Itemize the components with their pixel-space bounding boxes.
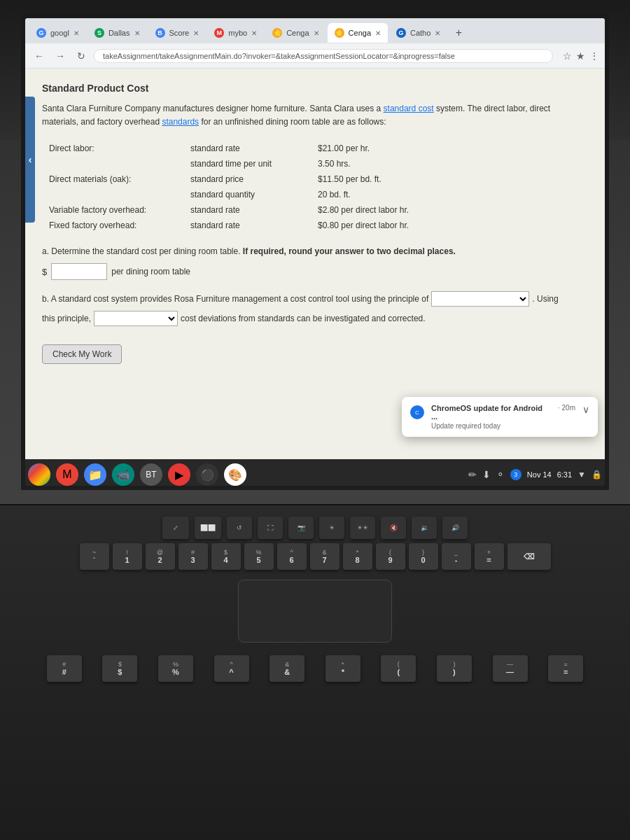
value-var-rate: $2.80 per direct labor hr. (312, 203, 587, 217)
key-0[interactable]: )0 (409, 543, 438, 570)
tab-close-dallas[interactable]: ✕ (134, 29, 140, 37)
key-dash2[interactable]: —— (493, 655, 528, 682)
fn-key-row: ⤢ ⬜⬜ ↺ ⛶ 📷 ☀ ☀☀ 🔇 🔉 🔊 (0, 505, 630, 543)
taskbar-camera-icon[interactable]: ⚫ (196, 463, 218, 486)
key-hash[interactable]: ## (47, 655, 82, 682)
answer-a-input[interactable] (51, 263, 107, 280)
table-row: standard time per unit 3.50 hrs. (43, 157, 587, 171)
standard-cost-link[interactable]: standard cost (384, 104, 434, 113)
taskbar-meet-icon[interactable]: 📹 (112, 463, 134, 486)
key-dollar[interactable]: $$ (102, 655, 137, 682)
value-standard-time: 3.50 hrs. (312, 157, 587, 171)
tab-dallas[interactable]: S Dallas ✕ (88, 23, 147, 43)
key-fn-refresh[interactable]: ↺ (227, 517, 252, 539)
profile-icon[interactable]: ★ (576, 50, 585, 62)
side-nav-panel[interactable]: ‹ (25, 97, 35, 223)
key-8[interactable]: *8 (343, 543, 372, 570)
question-a-answer-row: $ per dining room table (42, 263, 588, 280)
key-equals[interactable]: += (475, 543, 504, 570)
trackpad[interactable] (238, 580, 392, 643)
standards-link[interactable]: standards (162, 117, 199, 127)
notification-dismiss-button[interactable]: ∨ (582, 404, 589, 415)
key-1[interactable]: !1 (113, 543, 142, 570)
table-row: Direct labor: standard rate $21.00 per h… (43, 141, 587, 155)
page-title: Standard Product Cost (42, 83, 588, 94)
tab-close-mybo[interactable]: ✕ (251, 29, 257, 37)
key-6[interactable]: ^6 (277, 543, 307, 570)
taskbar-photos-icon[interactable]: 🎨 (224, 463, 246, 486)
value-standard-rate-1: $21.00 per hr. (312, 141, 587, 155)
key-percent[interactable]: %% (158, 655, 193, 682)
key-7[interactable]: &7 (310, 543, 340, 570)
key-2[interactable]: @2 (146, 543, 175, 570)
tab-label-cenga2: Cenga (349, 29, 371, 37)
taskbar-gmail-icon[interactable]: M (56, 463, 78, 486)
taskbar-files-icon[interactable]: 📁 (84, 463, 106, 486)
url-input[interactable]: takeAssignment/takeAssignmentMain.do?inv… (94, 49, 553, 63)
key-fn-bright-down[interactable]: ☀ (319, 517, 344, 539)
forward-button[interactable]: → (52, 48, 69, 64)
key-star[interactable]: ** (326, 655, 360, 682)
taskbar-play-icon[interactable]: ▶ (168, 463, 190, 486)
bookmark-icon[interactable]: ☆ (563, 50, 572, 62)
key-fn-full[interactable]: ⛶ (258, 517, 283, 539)
tab-score[interactable]: B Score ✕ (148, 23, 206, 43)
taskbar-chrome-icon[interactable] (28, 463, 50, 486)
tab-close-score[interactable]: ✕ (193, 29, 199, 37)
category-variable-overhead: Variable factory overhead: (43, 203, 183, 217)
key-eq2[interactable]: == (548, 655, 583, 682)
tab-close-cenga1[interactable]: ✕ (314, 29, 319, 37)
standards-table: Direct labor: standard rate $21.00 per h… (42, 140, 588, 234)
tab-bar: G googl ✕ S Dallas ✕ B Score ✕ (25, 18, 605, 43)
tab-close-cenga2[interactable]: ✕ (375, 29, 381, 37)
taskbar-settings-icon: ▼ (578, 470, 586, 479)
new-tab-button[interactable]: + (449, 23, 468, 43)
key-amp[interactable]: && (270, 655, 304, 682)
key-lparen[interactable]: (( (381, 655, 416, 682)
tab-close-catho[interactable]: ✕ (435, 29, 440, 37)
tab-icon-dallas: S (94, 28, 104, 38)
keyboard-area: ⤢ ⬜⬜ ↺ ⛶ 📷 ☀ ☀☀ 🔇 🔉 🔊 ~` !1 @2 #3 $4 %5 … (0, 504, 630, 840)
svg-text:C: C (415, 410, 419, 416)
taskbar-bt-icon[interactable]: BT (140, 463, 162, 486)
cost-deviations-select[interactable]: significant all (94, 311, 178, 326)
key-fn-mute[interactable]: 🔇 (381, 517, 406, 539)
tab-cenga2[interactable]: 🌟 Cenga ✕ (328, 23, 388, 43)
key-fn-screenshot[interactable]: 📷 (288, 517, 314, 539)
back-button[interactable]: ← (31, 48, 48, 64)
reload-button[interactable]: ↻ (73, 48, 90, 64)
check-my-work-button[interactable]: Check My Work (42, 344, 122, 364)
tab-google[interactable]: G googl ✕ (29, 23, 86, 43)
key-minus[interactable]: _- (442, 543, 471, 570)
taskbar-notification-badge: 3 (510, 469, 522, 480)
number-key-row: ~` !1 @2 #3 $4 %5 ^6 &7 *8 (9 )0 _- += ⌫ (0, 543, 630, 570)
tab-cenga1[interactable]: 🌟 Cenga ✕ (265, 23, 326, 43)
key-fn-bright-up[interactable]: ☀☀ (350, 517, 375, 539)
table-row: standard quantity 20 bd. ft. (43, 188, 587, 202)
tab-close-google[interactable]: ✕ (74, 29, 79, 37)
taskbar-pen-icon: ✏ (468, 469, 477, 480)
key-9[interactable]: (9 (376, 543, 405, 570)
key-caret[interactable]: ^^ (214, 655, 249, 682)
key-fn-vol-down[interactable]: 🔉 (412, 517, 437, 539)
bottom-key-row: ## $$ %% ^^ && ** (( )) —— == (0, 650, 630, 687)
key-fn-vol-up[interactable]: 🔊 (442, 517, 468, 539)
key-4[interactable]: $4 (211, 543, 241, 570)
principle-select[interactable]: exceptions management by exception (431, 291, 529, 307)
key-tilde[interactable]: ~` (80, 543, 109, 570)
attr-standard-qty: standard quantity (185, 188, 311, 202)
key-backspace[interactable]: ⌫ (507, 543, 551, 570)
table-row: Direct materials (oak): standard price $… (43, 172, 587, 186)
taskbar-download-icon: ⬇ (482, 469, 491, 480)
tab-catho[interactable]: G Catho ✕ (389, 23, 447, 43)
key-fn-win[interactable]: ⬜⬜ (195, 517, 221, 539)
attr-fixed-rate: standard rate (185, 218, 311, 232)
menu-icon[interactable]: ⋮ (589, 50, 599, 62)
key-fn-expand[interactable]: ⤢ (162, 517, 189, 539)
key-rparen[interactable]: )) (437, 655, 472, 682)
key-3[interactable]: #3 (178, 543, 208, 570)
tab-mybo[interactable]: M mybo ✕ (207, 23, 264, 43)
value-fixed-rate: $0.80 per direct labor hr. (312, 218, 587, 232)
value-standard-qty: 20 bd. ft. (312, 188, 587, 202)
key-5[interactable]: %5 (244, 543, 274, 570)
